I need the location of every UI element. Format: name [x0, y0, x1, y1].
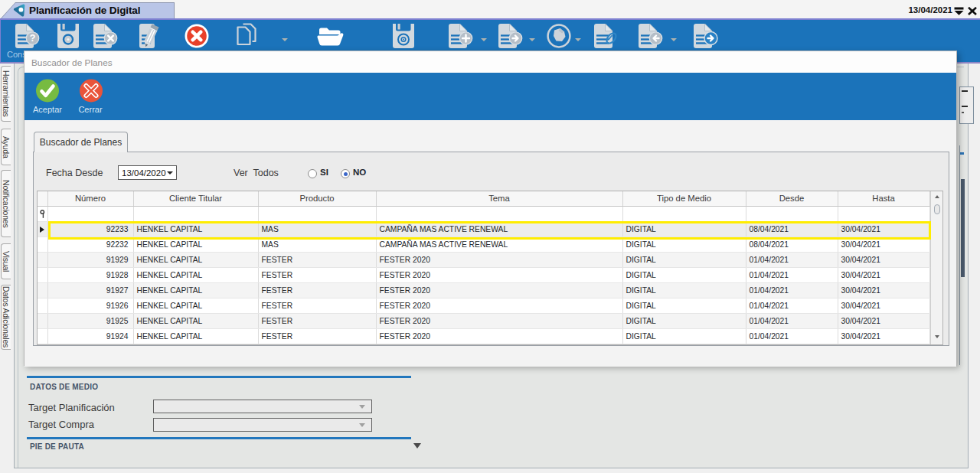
svg-text:?: ?: [30, 33, 36, 44]
